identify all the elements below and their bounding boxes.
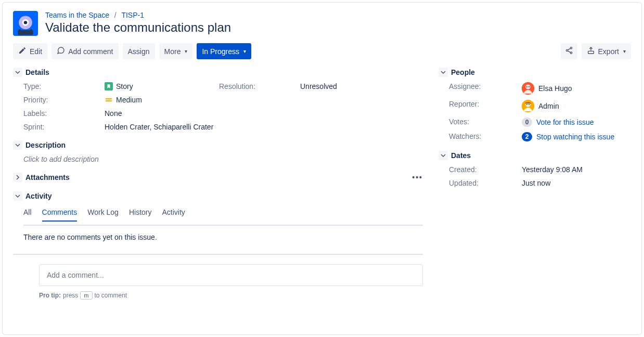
priority-value: Medium bbox=[105, 96, 219, 104]
protip-key: m bbox=[80, 291, 92, 300]
updated-value: Just now bbox=[522, 179, 631, 187]
assignee-value: Elsa Hugo bbox=[522, 82, 631, 95]
resolution-label: Resolution: bbox=[219, 82, 300, 90]
comment-input[interactable]: Add a comment... bbox=[39, 264, 423, 286]
details-title: Details bbox=[25, 68, 49, 76]
content: Details Type: Story Resolution: Unresolv… bbox=[13, 68, 631, 309]
assignee-name: Elsa Hugo bbox=[538, 84, 572, 93]
svg-rect-13 bbox=[106, 100, 112, 101]
priority-medium-icon bbox=[105, 96, 113, 104]
tab-activity[interactable]: Activity bbox=[162, 206, 185, 222]
svg-rect-11 bbox=[588, 51, 594, 54]
pencil-icon bbox=[18, 46, 27, 56]
comment-icon bbox=[57, 46, 65, 56]
vote-link[interactable]: Vote for this issue bbox=[536, 118, 594, 126]
type-value: Story bbox=[105, 82, 219, 90]
issue-header: Teams in the Space / TISP-1 Validate the… bbox=[13, 11, 631, 36]
breadcrumb-key[interactable]: TISP-1 bbox=[121, 11, 144, 19]
votes-badge: 0 bbox=[522, 118, 532, 127]
activity-header[interactable]: Activity bbox=[13, 191, 423, 201]
breadcrumb: Teams in the Space / TISP-1 bbox=[45, 11, 231, 19]
protip-after: to comment bbox=[95, 292, 127, 299]
toolbar: Edit Add comment Assign More ▾ In Progre… bbox=[13, 43, 631, 59]
story-icon bbox=[105, 82, 113, 90]
status-button[interactable]: In Progress ▾ bbox=[197, 43, 251, 59]
description-section: Description Click to add description bbox=[13, 140, 423, 163]
chevron-down-icon bbox=[13, 68, 22, 77]
edit-button[interactable]: Edit bbox=[13, 43, 47, 59]
description-placeholder[interactable]: Click to add description bbox=[23, 155, 423, 163]
created-value: Yesterday 9:08 AM bbox=[522, 165, 631, 174]
chevron-down-icon bbox=[13, 140, 22, 150]
attachments-section: Attachments ••• bbox=[13, 173, 423, 182]
watchers-label: Watchers: bbox=[449, 132, 522, 141]
reporter-label: Reporter: bbox=[449, 100, 522, 112]
project-avatar bbox=[13, 11, 38, 36]
details-grid: Type: Story Resolution: Unresolved Prior… bbox=[23, 82, 423, 131]
attachments-header[interactable]: Attachments bbox=[13, 173, 70, 182]
export-label: Export bbox=[598, 47, 619, 56]
updated-label: Updated: bbox=[449, 179, 522, 187]
assign-button[interactable]: Assign bbox=[123, 43, 155, 59]
description-title: Description bbox=[25, 141, 66, 149]
edit-label: Edit bbox=[30, 47, 42, 56]
attachments-title: Attachments bbox=[25, 173, 70, 182]
tab-comments[interactable]: Comments bbox=[42, 206, 78, 222]
people-grid: Assignee: Elsa Hugo Reporter: Admin bbox=[449, 82, 631, 141]
chevron-down-icon bbox=[439, 68, 448, 77]
assign-label: Assign bbox=[128, 47, 150, 56]
tab-all[interactable]: All bbox=[23, 206, 32, 222]
reporter-value: Admin bbox=[522, 100, 631, 112]
tab-work-log[interactable]: Work Log bbox=[87, 206, 119, 222]
tab-underline bbox=[23, 225, 423, 226]
people-section: People Assignee: Elsa Hugo Reporter: bbox=[439, 68, 631, 141]
svg-rect-12 bbox=[106, 98, 112, 99]
export-icon bbox=[587, 46, 595, 56]
activity-section: Activity All Comments Work Log History A… bbox=[13, 191, 423, 300]
main-column: Details Type: Story Resolution: Unresolv… bbox=[13, 68, 423, 309]
people-header[interactable]: People bbox=[439, 68, 631, 77]
activity-title: Activity bbox=[25, 192, 52, 200]
share-button[interactable] bbox=[561, 43, 577, 59]
more-label: More bbox=[164, 47, 181, 56]
comment-area: Add a comment... Pro tip: press m to com… bbox=[13, 254, 423, 300]
tab-history[interactable]: History bbox=[129, 206, 152, 222]
toolbar-left: Edit Add comment Assign More ▾ In Progre… bbox=[13, 43, 251, 59]
export-button[interactable]: Export ▾ bbox=[582, 43, 631, 59]
description-header[interactable]: Description bbox=[13, 140, 423, 150]
status-label: In Progress bbox=[202, 47, 239, 56]
svg-point-2 bbox=[24, 21, 27, 24]
header-text: Teams in the Space / TISP-1 Validate the… bbox=[45, 11, 231, 35]
more-button[interactable]: More ▾ bbox=[159, 43, 193, 59]
issue-title: Validate the communications plan bbox=[45, 20, 231, 35]
breadcrumb-project[interactable]: Teams in the Space bbox=[45, 11, 109, 19]
watchers-badge: 2 bbox=[522, 132, 532, 141]
details-header[interactable]: Details bbox=[13, 68, 423, 77]
protip-label: Pro tip: bbox=[39, 292, 61, 299]
svg-rect-5 bbox=[30, 29, 32, 31]
assignee-label: Assignee: bbox=[449, 82, 522, 95]
breadcrumb-separator: / bbox=[114, 11, 117, 19]
protip: Pro tip: press m to comment bbox=[39, 291, 423, 300]
add-comment-button[interactable]: Add comment bbox=[51, 43, 118, 59]
chevron-down-icon: ▾ bbox=[243, 48, 246, 54]
issue-view: Teams in the Space / TISP-1 Validate the… bbox=[2, 2, 642, 335]
details-section: Details Type: Story Resolution: Unresolv… bbox=[13, 68, 423, 131]
people-title: People bbox=[451, 68, 475, 76]
svg-point-6 bbox=[570, 47, 572, 49]
dates-section: Dates Created: Yesterday 9:08 AM Updated… bbox=[439, 151, 631, 187]
watchers-value: 2 Stop watching this issue bbox=[522, 132, 631, 141]
type-text: Story bbox=[116, 82, 133, 90]
priority-label: Priority: bbox=[23, 96, 105, 104]
watch-link[interactable]: Stop watching this issue bbox=[536, 133, 614, 141]
chevron-down-icon bbox=[13, 191, 22, 201]
svg-rect-4 bbox=[19, 29, 21, 31]
svg-point-21 bbox=[529, 104, 530, 105]
side-column: People Assignee: Elsa Hugo Reporter: bbox=[439, 68, 631, 309]
dates-header[interactable]: Dates bbox=[439, 151, 631, 160]
add-comment-label: Add comment bbox=[68, 47, 113, 56]
attachments-more-icon[interactable]: ••• bbox=[412, 173, 423, 182]
chevron-down-icon bbox=[439, 151, 448, 160]
votes-value: 0 Vote for this issue bbox=[522, 118, 631, 127]
svg-point-8 bbox=[570, 52, 572, 54]
